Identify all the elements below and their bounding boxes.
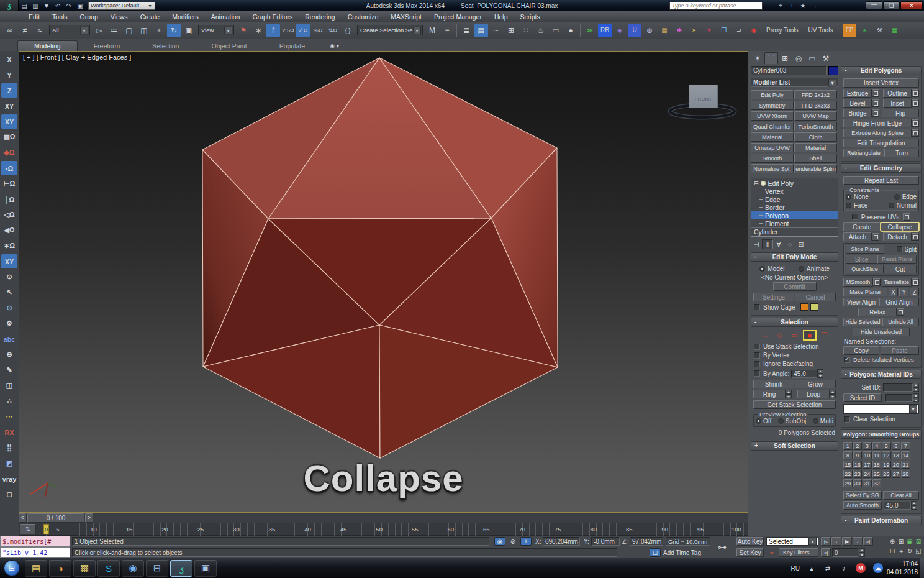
menu-item[interactable]: MAXScript [384, 11, 428, 22]
x-coordinate-field[interactable]: 690,204mm [543, 537, 580, 546]
tessellate-button[interactable]: Tessellate [882, 278, 912, 287]
msmooth-settings-icon[interactable] [873, 278, 881, 286]
infocenter-icon[interactable]: ＋ [786, 1, 797, 10]
extrude-along-spline-settings-icon[interactable] [912, 129, 919, 137]
object-name-field[interactable]: Cylinder003 [751, 66, 827, 75]
modifier-button[interactable]: Smooth [751, 154, 794, 163]
bevel-button[interactable]: Bevel [843, 99, 872, 108]
taskbar-app-icon[interactable]: ▩ [73, 560, 96, 577]
toolbar-icon[interactable]: ⊞ [504, 24, 518, 37]
menu-item[interactable]: Animation [205, 11, 247, 22]
relax-settings-icon[interactable] [897, 308, 904, 316]
playback-button[interactable]: ▶ [842, 537, 852, 546]
search-input[interactable] [669, 2, 763, 10]
snap-toggle-icon[interactable]: ⇅Ω [326, 24, 340, 37]
detach-settings-icon[interactable] [912, 233, 919, 241]
modifier-button[interactable]: Unwrap UVW [751, 143, 794, 152]
planar-y-button[interactable]: Y [899, 288, 908, 296]
slice-button[interactable]: Slice [846, 255, 877, 264]
taskbar-app-icon[interactable]: ▣ [194, 560, 217, 577]
toolbar-icon[interactable]: ▭ [549, 24, 563, 37]
modifier-button[interactable]: UVW Map [794, 111, 837, 121]
tab-utilities-icon[interactable]: ⚒ [819, 52, 833, 64]
flip-button[interactable]: Flip [882, 109, 919, 117]
plugin-icon[interactable]: ◍ [643, 24, 656, 37]
menu-item[interactable]: Rendering [299, 11, 341, 22]
smoothing-group-button[interactable]: 24 [863, 470, 872, 478]
rollout-smoothing-groups[interactable]: Polygon: Smoothing Groups [841, 429, 922, 439]
plugin-icon[interactable]: ⊃ [732, 24, 746, 37]
taskbar-app-icon[interactable]: ⊟ [146, 560, 168, 577]
toolbar-icon[interactable]: M [425, 24, 439, 37]
frame-spinner[interactable] [859, 548, 865, 557]
grid-align-button[interactable]: Grid Align [879, 298, 919, 306]
modifier-button[interactable]: Cloth [794, 132, 837, 142]
get-stack-selection-button[interactable]: Get Stack Selection [753, 400, 836, 409]
left-toolbar-icon[interactable]: XY [1, 114, 17, 129]
delete-isolated-vertices-checkbox[interactable] [844, 357, 850, 363]
playback-button[interactable]: |« [821, 537, 831, 546]
reference-coordinate-dropdown[interactable]: View [198, 25, 234, 35]
smoothing-group-button[interactable]: 26 [882, 470, 891, 478]
infocenter-icon[interactable]: ⌖ [775, 1, 786, 10]
tab-create-icon[interactable]: ☀ [751, 52, 764, 64]
pin-stack-icon[interactable]: ⊣ [751, 239, 762, 249]
plugin-icon[interactable]: ✱ [673, 24, 686, 37]
animate-radio[interactable]: Animate [799, 265, 830, 272]
left-toolbar-icon[interactable]: ◀Ω [1, 223, 17, 237]
subobject-level-icon[interactable]: ∴ [758, 330, 772, 341]
plugin-icon[interactable]: ❒ [717, 24, 731, 37]
model-radio[interactable]: Model [759, 265, 784, 272]
taskbar-app-icon[interactable]: ◉ [122, 560, 144, 577]
time-tag-icon[interactable]: ⊟ [650, 548, 661, 557]
playback-button[interactable]: ‹ [831, 537, 841, 546]
infocenter-icon[interactable]: → [808, 1, 820, 10]
tab-modify-icon[interactable]: ⌒ [764, 52, 778, 64]
key-mode-toggle-button[interactable]: «| [821, 548, 831, 557]
smoothing-group-button[interactable]: 13 [892, 451, 901, 459]
modifier-button[interactable]: FFD 2x2x2 [794, 90, 837, 99]
inset-settings-icon[interactable] [912, 99, 919, 107]
toolbar-icon[interactable]: ≔ [107, 24, 121, 37]
rollout-edit-geometry[interactable]: Edit Geometry [841, 163, 922, 173]
smoothing-group-button[interactable]: 1 [843, 442, 853, 450]
remove-modifier-icon[interactable]: ◌ [784, 239, 795, 249]
left-toolbar-icon[interactable]: ◫ [1, 378, 17, 393]
object-color-swatch[interactable] [828, 66, 838, 75]
tessellate-settings-icon[interactable] [912, 278, 919, 286]
tab-freeform[interactable]: Freeform [78, 41, 137, 51]
minimize-button[interactable] [866, 1, 882, 9]
smoothing-group-button[interactable]: 27 [892, 470, 901, 478]
constraint-face-radio[interactable]: Face [846, 202, 867, 209]
plugin-icon[interactable]: ♠ [858, 24, 871, 37]
plugin-icon[interactable]: ▦ [658, 24, 671, 37]
preview-off-radio[interactable]: Off [756, 418, 771, 424]
z-coordinate-field[interactable]: 97,042mm [630, 537, 663, 546]
quickslice-button[interactable]: QuickSlice [846, 265, 884, 273]
constraint-none-radio[interactable]: None [846, 193, 869, 200]
by-vertex-checkbox[interactable] [754, 352, 760, 359]
toolbar-icon[interactable]: ∗ [251, 24, 265, 37]
toolbar-icon[interactable]: ≠ [18, 24, 32, 37]
paste-button[interactable]: Paste [881, 346, 919, 355]
stack-item-polygon[interactable]: Polygon [751, 211, 838, 219]
left-toolbar-icon[interactable]: ▪Ω [1, 161, 17, 175]
copy-button[interactable]: Copy [843, 346, 879, 355]
smoothing-group-button[interactable]: 23 [853, 470, 863, 478]
menu-item[interactable]: Customize [342, 11, 385, 22]
left-toolbar-icon[interactable]: ┼Ω [1, 192, 17, 206]
smoothing-group-button[interactable]: 5 [882, 442, 891, 450]
menu-item[interactable]: Group [74, 11, 104, 22]
plugin-icon[interactable]: RB [598, 24, 612, 37]
left-toolbar-icon[interactable]: X [1, 52, 17, 67]
use-stack-selection-checkbox[interactable] [754, 344, 760, 350]
absolute-mode-icon[interactable]: ⌖ [520, 537, 532, 546]
loop-spinner[interactable] [830, 390, 836, 398]
repeat-last-button[interactable]: Repeat Last [843, 176, 919, 185]
plugin-icon[interactable]: ➢ [687, 24, 701, 37]
quick-access-icon[interactable]: ▼ [42, 1, 52, 10]
smoothing-group-button[interactable]: 11 [872, 451, 882, 459]
subobject-level-icon[interactable]: ◇ [773, 330, 787, 341]
show-cage-checkbox[interactable] [754, 304, 760, 310]
extrude-settings-icon[interactable] [872, 89, 879, 97]
